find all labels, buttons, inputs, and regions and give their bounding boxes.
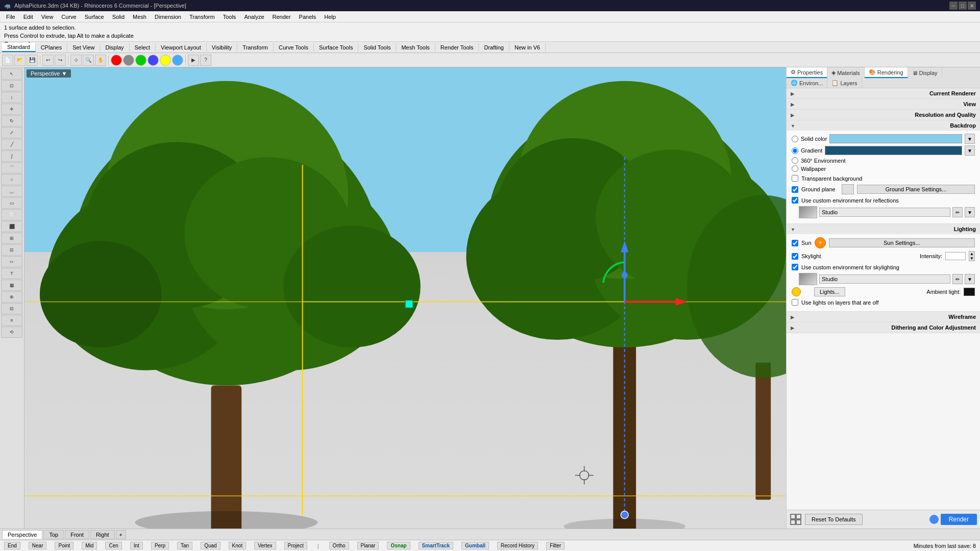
- ambient-color-swatch[interactable]: [964, 288, 975, 296]
- menu-item-tools[interactable]: Tools: [219, 13, 240, 21]
- toolbar-tab-transform[interactable]: Transform: [237, 43, 274, 52]
- section-wireframe-header[interactable]: Wireframe: [787, 312, 980, 322]
- menu-item-solid[interactable]: Solid: [108, 13, 129, 21]
- vp-tab-perspective[interactable]: Perspective: [2, 530, 42, 539]
- solid-tool[interactable]: ⊞: [1, 233, 22, 244]
- ground-plane-checkbox[interactable]: [792, 186, 798, 193]
- sun-checkbox[interactable]: [792, 240, 798, 246]
- open-icon[interactable]: 📂: [14, 55, 26, 66]
- vp-tab-right[interactable]: Right: [90, 530, 115, 539]
- gradient-radio[interactable]: [792, 147, 798, 154]
- circle-tool[interactable]: ○: [1, 174, 22, 185]
- menu-item-transform[interactable]: Transform: [185, 13, 219, 21]
- section-backdrop-header[interactable]: Backdrop: [787, 120, 980, 131]
- toolbar-tab-set-view[interactable]: Set View: [67, 43, 100, 52]
- tab-rendering[interactable]: 🎨 Rendering: [865, 67, 908, 78]
- circle-yellow-icon[interactable]: [160, 55, 171, 66]
- planar-btn[interactable]: Planar: [357, 542, 379, 549]
- close-button[interactable]: ✕: [968, 2, 976, 10]
- menu-item-dimension[interactable]: Dimension: [151, 13, 185, 21]
- section-view-header[interactable]: View: [787, 99, 980, 109]
- wallpaper-radio[interactable]: [792, 165, 798, 172]
- viewport-label[interactable]: Perspective ▼: [27, 69, 71, 78]
- custom-env-checkbox[interactable]: [792, 197, 798, 204]
- redo-icon[interactable]: ↪: [55, 55, 66, 66]
- use-lights-off-checkbox[interactable]: [792, 299, 798, 306]
- custom-sky-checkbox[interactable]: [792, 264, 798, 270]
- edit-studio-icon[interactable]: ✏: [952, 207, 963, 217]
- snap-point-btn[interactable]: Point: [55, 542, 74, 549]
- save-icon[interactable]: 💾: [27, 55, 38, 66]
- menu-item-analyze[interactable]: Analyze: [240, 13, 268, 21]
- snap-knot-btn[interactable]: Knot: [229, 542, 247, 549]
- menu-item-curve[interactable]: Curve: [57, 13, 80, 21]
- section-lighting-header[interactable]: Lighting: [787, 224, 980, 234]
- polyline-tool[interactable]: ⌒: [1, 162, 22, 173]
- toolbar-tab-drafting[interactable]: Drafting: [479, 43, 509, 52]
- arc-tool[interactable]: ◡: [1, 186, 22, 197]
- solid-color-dropdown[interactable]: ▼: [965, 134, 975, 144]
- snap-cen-btn[interactable]: Cen: [105, 542, 121, 549]
- ground-plane-settings-btn[interactable]: Ground Plane Settings...: [857, 185, 975, 194]
- ortho-btn[interactable]: Ortho: [329, 542, 349, 549]
- pan-icon[interactable]: ✋: [95, 55, 106, 66]
- lights-btn[interactable]: Lights...: [814, 287, 845, 296]
- line-tool[interactable]: ╱: [1, 139, 22, 150]
- menu-item-file[interactable]: File: [2, 13, 19, 21]
- select-tool[interactable]: ↖: [1, 68, 22, 80]
- help-icon[interactable]: ?: [200, 55, 211, 66]
- select-window-tool[interactable]: ⊡: [1, 80, 22, 91]
- tab-layers[interactable]: 📋 Layers: [827, 78, 862, 88]
- circle-red-icon[interactable]: [111, 55, 122, 66]
- snap-perp-btn[interactable]: Perp: [151, 542, 169, 549]
- toolbar-tab-cplanes[interactable]: CPlanes: [36, 43, 68, 52]
- render-preview-icon[interactable]: ▶: [188, 55, 199, 66]
- snap-project-btn[interactable]: Project: [284, 542, 307, 549]
- snap-mid-btn[interactable]: Mid: [82, 542, 97, 549]
- toolbar-tab-new-in-v6[interactable]: New in V6: [509, 43, 546, 52]
- toolbar-tab-solid-tools[interactable]: Solid Tools: [358, 43, 396, 52]
- hatch-tool[interactable]: ▦: [1, 280, 22, 291]
- solid-color-radio[interactable]: [792, 136, 798, 142]
- menu-item-mesh[interactable]: Mesh: [129, 13, 151, 21]
- circle-gray-icon[interactable]: [123, 55, 134, 66]
- surface-tool[interactable]: ⬜: [1, 209, 22, 220]
- filter-btn[interactable]: Filter: [546, 542, 565, 549]
- menu-item-render[interactable]: Render: [268, 13, 295, 21]
- snap-tool[interactable]: ⊕: [1, 291, 22, 303]
- undo-icon[interactable]: ↩: [42, 55, 54, 66]
- record-history-btn[interactable]: Record History: [497, 542, 538, 549]
- toolbar-tab-select[interactable]: Select: [130, 43, 156, 52]
- gumball-btn[interactable]: Gumball: [461, 542, 489, 549]
- env360-radio[interactable]: [792, 157, 798, 164]
- layer-tool[interactable]: ⊟: [1, 303, 22, 314]
- render-button[interactable]: Render: [941, 514, 977, 525]
- zoom-icon[interactable]: 🔍: [83, 55, 94, 66]
- toolbar-tab-surface-tools[interactable]: Surface Tools: [314, 43, 358, 52]
- intensity-spinner[interactable]: ▲ ▼: [969, 251, 975, 261]
- tab-environment[interactable]: 🌐 Environ...: [787, 78, 827, 88]
- history-tool[interactable]: ⟲: [1, 327, 22, 338]
- text-tool[interactable]: T: [1, 268, 22, 279]
- menu-item-panels[interactable]: Panels: [295, 13, 321, 21]
- menu-item-view[interactable]: View: [37, 13, 58, 21]
- circle-blue-icon[interactable]: [148, 55, 159, 66]
- circle-green-icon[interactable]: [135, 55, 146, 66]
- skylight-checkbox[interactable]: [792, 253, 798, 260]
- section-resolution-header[interactable]: Resolution and Quality: [787, 110, 980, 120]
- select-icon[interactable]: ⊹: [70, 55, 82, 66]
- menu-item-surface[interactable]: Surface: [81, 13, 108, 21]
- move-tool[interactable]: ✛: [1, 104, 22, 115]
- tab-display[interactable]: 🖥 Display: [908, 67, 942, 78]
- toolbar-tab-standard[interactable]: Standard: [2, 43, 36, 52]
- toolbar-tab-mesh-tools[interactable]: Mesh Tools: [396, 43, 435, 52]
- gradient-swatch[interactable]: [825, 146, 962, 155]
- toolbar-tab-display[interactable]: Display: [100, 43, 129, 52]
- sun-settings-btn[interactable]: Sun Settings...: [829, 238, 975, 247]
- smarttrack-btn[interactable]: SmartTrack: [419, 542, 453, 549]
- snap-int-btn[interactable]: Int: [130, 542, 143, 549]
- transform-tool[interactable]: ↕: [1, 92, 22, 103]
- vp-tab-front[interactable]: Front: [65, 530, 89, 539]
- menu-item-help[interactable]: Help: [320, 13, 340, 21]
- curve-tool[interactable]: ∫: [1, 151, 22, 162]
